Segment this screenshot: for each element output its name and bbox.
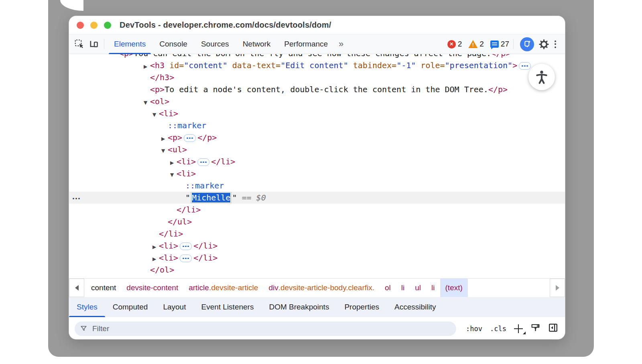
tab-network[interactable]: Network [236,34,278,54]
breadcrumb-item[interactable]: ul [410,279,426,297]
device-toolbar-icon[interactable] [87,37,101,51]
collapse-arrow-icon[interactable]: ▼ [161,145,168,157]
code-segment-pseudo: ::marker [185,181,224,190]
breadcrumb-item[interactable]: article.devsite-article [183,279,263,297]
dock-side-icon[interactable] [548,323,558,334]
breadcrumb-part: ol [385,283,391,292]
devtools-window: DevTools - developer.chrome.com/docs/dev… [69,16,565,339]
toggle-pseudo-state-button[interactable]: :hov [466,325,482,333]
inline-expand-ellipsis-button[interactable] [184,134,196,142]
accessibility-overlay-button[interactable] [528,64,555,90]
breadcrumb-prev-icon[interactable] [69,279,84,297]
code-segment-tag: </li> [193,253,217,263]
dom-tree-row[interactable]: ▼<ol> [69,95,565,107]
zoom-window-button[interactable] [104,22,111,29]
breadcrumb-item[interactable]: li [426,279,440,297]
collapse-arrow-icon[interactable]: ▼ [170,169,177,181]
breadcrumb-part: .devsite-article-body.clearfix. [278,283,374,292]
dom-tree-row[interactable]: …"Michelle" == $0 [69,192,565,204]
tab-accessibility[interactable]: Accessibility [387,297,443,317]
tab-sources[interactable]: Sources [194,34,236,54]
code-segment-tag: <p> [168,133,182,142]
dom-tree-row[interactable]: ▶<li></li> [69,156,565,168]
tab-properties[interactable]: Properties [337,297,387,317]
dom-tree-row[interactable]: ▶<li></li> [69,252,565,264]
filter-input[interactable] [91,324,451,334]
dom-tree-row[interactable]: ▶<li></li> [69,240,565,252]
dom-tree-row[interactable]: </li> [69,228,565,240]
dom-tree-row[interactable]: ▶<p></p> [69,131,565,144]
breadcrumb-item[interactable]: div.devsite-article-body.clearfix. [263,279,380,297]
error-badge[interactable]: ✕ 2 [447,40,462,49]
code-segment-tag: </li> [177,205,201,214]
code-segment-dollar: $0 [256,193,266,202]
dom-tree-row[interactable]: ▼<li> [69,107,565,119]
collapse-arrow-icon[interactable]: ▼ [152,109,159,121]
code-segment-text: To edit a node's content, double-click t… [165,85,488,94]
inline-expand-ellipsis-button[interactable] [519,62,531,70]
dom-tree-row[interactable]: </ul> [69,216,565,228]
tab-layout[interactable]: Layout [155,297,193,317]
settings-gear-icon[interactable] [536,37,551,51]
tab-console[interactable]: Console [152,34,194,54]
minimize-window-button[interactable] [90,22,98,29]
dom-tree-row[interactable]: </ol> [69,264,565,276]
error-count: 2 [458,40,462,49]
breadcrumb-item[interactable]: devsite-content [121,279,183,297]
row-more-actions-icon[interactable]: … [72,190,81,202]
inline-expand-ellipsis-button[interactable] [180,255,192,262]
filter-bar-buttons: :hov .cls [466,323,558,334]
collapse-arrow-icon[interactable]: ▼ [144,97,150,109]
breadcrumb-item[interactable]: li [396,279,410,297]
code-segment-tag: </li> [211,157,235,166]
dom-tree-row[interactable]: ▶<h3 id="content" data-text="Edit conten… [69,59,565,71]
more-tabs-chevron-icon[interactable]: » [335,39,347,49]
dom-tree-row[interactable]: <p>You can edit the DOM on the fly and s… [69,54,565,59]
dom-tree-row[interactable]: </li> [69,204,565,216]
breadcrumb-item[interactable]: content [86,279,121,297]
inspect-element-icon[interactable] [72,37,87,51]
tab-dom-breakpoints[interactable]: DOM Breakpoints [261,297,337,317]
inline-expand-ellipsis-button[interactable] [197,158,209,166]
issues-icon [490,40,499,48]
tab-performance[interactable]: Performance [277,34,335,54]
expand-arrow-icon[interactable]: ▶ [152,253,159,265]
inline-text-editbox[interactable]: Michelle [191,192,231,203]
expand-arrow-icon[interactable]: ▶ [144,61,150,73]
more-options-menu-icon[interactable] [551,40,560,48]
filter-field[interactable] [75,322,456,336]
ai-assistant-icon[interactable] [520,37,534,51]
code-segment-tag: </ol> [150,265,174,275]
style-brush-icon[interactable] [530,323,540,334]
breadcrumb-next-icon[interactable] [550,279,565,297]
code-segment-attr: id= [165,61,184,70]
code-segment-val: "presentation" [445,61,513,70]
code-segment-val: "content" [184,61,227,70]
dom-tree-row[interactable]: ::marker [69,119,565,131]
expand-arrow-icon[interactable]: ▶ [170,157,177,169]
breadcrumb-item[interactable]: ol [380,279,396,297]
dom-tree-row[interactable]: ::marker [69,180,565,192]
issues-badge[interactable]: 27 [490,40,509,49]
expand-arrow-icon[interactable]: ▶ [161,133,168,145]
tab-elements[interactable]: Elements [107,34,152,54]
close-window-button[interactable] [77,22,84,29]
expand-arrow-icon[interactable]: ▶ [152,241,159,253]
tab-event-listeners[interactable]: Event Listeners [193,297,261,317]
code-segment-text: You can edit the DOM on the fly and see … [134,54,491,58]
dom-tree-row[interactable]: </h3> [69,71,565,83]
dom-tree: <p>You can edit the DOM on the fly and s… [69,54,565,278]
new-style-rule-button[interactable] [514,324,523,333]
breadcrumb-part: li [401,283,404,292]
tab-styles[interactable]: Styles [69,297,105,317]
warning-badge[interactable]: ! 2 [468,40,484,49]
status-badges: ✕ 2 ! 2 27 [443,40,509,49]
breadcrumb-item[interactable]: (text) [440,279,468,297]
inline-expand-ellipsis-button[interactable] [180,243,192,250]
dom-tree-row[interactable]: ▼<ul> [69,144,565,156]
dom-tree-row[interactable]: <p>To edit a node's content, double-clic… [69,83,565,95]
code-segment-tag: </ul> [168,217,192,226]
tab-computed[interactable]: Computed [105,297,156,317]
dom-tree-row[interactable]: ▼<li> [69,168,565,180]
element-classes-button[interactable]: .cls [490,325,506,333]
